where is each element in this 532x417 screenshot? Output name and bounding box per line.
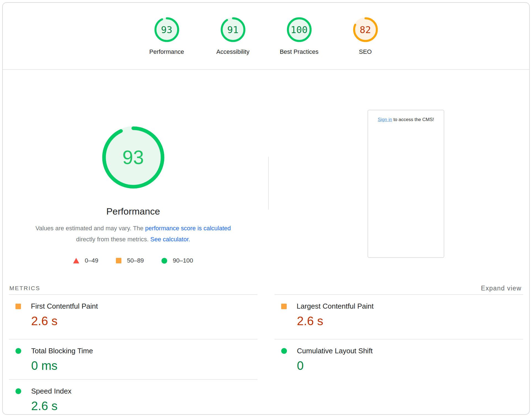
performance-score-calculated-link[interactable]: performance score is calculated — [145, 225, 231, 232]
accessibility-score-value: 91 — [220, 17, 246, 43]
metric-value: 2.6 s — [297, 314, 523, 328]
see-calculator-link[interactable]: See calculator. — [150, 236, 190, 243]
metric-value: 2.6 s — [31, 399, 257, 413]
metric-name: Cumulative Layout Shift — [297, 347, 373, 355]
average-square-icon — [116, 258, 121, 263]
performance-gauge-column: 93 Performance Values are estimated and … — [3, 70, 264, 264]
summary-gauge-best-practices[interactable]: 100 Best Practices — [278, 17, 320, 69]
metric-value: 0 — [297, 359, 523, 373]
legend-average-range: 50–89 — [116, 257, 144, 264]
accessibility-gauge-small: 91 — [220, 17, 246, 43]
performance-category-section: 93 Performance Values are estimated and … — [3, 70, 529, 282]
expand-view-button[interactable]: Expand view — [481, 285, 522, 292]
pass-circle-icon — [15, 348, 21, 354]
final-screenshot-thumbnail: Sign in to access the CMS! — [368, 110, 444, 258]
average-square-icon — [281, 304, 287, 309]
metric-largest-contentful-paint: Largest Contentful Paint 2.6 s — [275, 294, 523, 339]
description-text: directly from these metrics. — [76, 236, 150, 243]
performance-large-score-value: 93 — [100, 124, 166, 191]
performance-score-value: 93 — [154, 17, 180, 43]
average-range-label: 50–89 — [127, 257, 144, 264]
summary-gauge-seo[interactable]: 82 SEO — [345, 17, 386, 69]
best-practices-score-label: Best Practices — [280, 48, 319, 55]
performance-section-title: Performance — [106, 206, 160, 217]
pass-range-label: 90–100 — [173, 257, 193, 264]
metric-empty-cell — [275, 379, 523, 415]
seo-gauge-small: 82 — [352, 17, 379, 43]
metric-value: 0 ms — [31, 359, 257, 373]
average-square-icon — [15, 304, 21, 309]
pass-circle-icon — [15, 388, 21, 394]
pass-circle-icon — [281, 348, 287, 354]
metrics-header: METRICS Expand view — [3, 282, 529, 294]
performance-score-label: Performance — [149, 48, 184, 55]
metric-name: Total Blocking Time — [31, 347, 93, 355]
metric-value: 2.6 s — [31, 314, 257, 328]
accessibility-score-label: Accessibility — [216, 48, 249, 55]
report-card: 93 Performance 91 Accessibility — [2, 2, 530, 415]
screenshot-signin-link: Sign in — [378, 117, 392, 122]
metric-first-contentful-paint: First Contentful Paint 2.6 s — [9, 294, 257, 339]
vertical-divider — [268, 157, 269, 210]
best-practices-gauge-small: 100 — [286, 17, 312, 43]
lighthouse-report: 93 Performance 91 Accessibility — [0, 0, 532, 417]
metrics-grid: First Contentful Paint 2.6 s Largest Con… — [3, 294, 529, 415]
legend-fail-range: 0–49 — [73, 257, 98, 264]
metric-name: Largest Contentful Paint — [297, 302, 374, 311]
best-practices-score-value: 100 — [286, 17, 312, 43]
legend-pass-range: 90–100 — [161, 257, 193, 264]
score-summary-strip: 93 Performance 91 Accessibility — [3, 3, 529, 70]
performance-gauge-small: 93 — [154, 17, 180, 43]
metric-name: First Contentful Paint — [31, 302, 98, 311]
performance-description: Values are estimated and may vary. The p… — [34, 223, 232, 245]
metric-cumulative-layout-shift: Cumulative Layout Shift 0 — [275, 339, 523, 379]
summary-gauge-accessibility[interactable]: 91 Accessibility — [212, 17, 254, 69]
description-text: Values are estimated and may vary. The — [35, 225, 145, 232]
seo-score-value: 82 — [352, 17, 379, 43]
metric-speed-index: Speed Index 2.6 s — [9, 379, 257, 415]
fail-triangle-icon — [73, 258, 79, 263]
seo-score-label: SEO — [359, 48, 372, 55]
score-range-legend: 0–49 50–89 90–100 — [73, 257, 193, 264]
metric-name: Speed Index — [31, 387, 71, 395]
screenshot-signin-rest: to access the CMS! — [392, 117, 434, 122]
metrics-heading: METRICS — [9, 285, 40, 292]
fail-range-label: 0–49 — [85, 257, 98, 264]
metric-total-blocking-time: Total Blocking Time 0 ms — [9, 339, 257, 379]
summary-gauge-performance[interactable]: 93 Performance — [146, 17, 187, 69]
performance-gauge-large: 93 — [100, 124, 166, 191]
screenshot-content-text: Sign in to access the CMS! — [378, 117, 434, 257]
pass-circle-icon — [161, 258, 167, 264]
